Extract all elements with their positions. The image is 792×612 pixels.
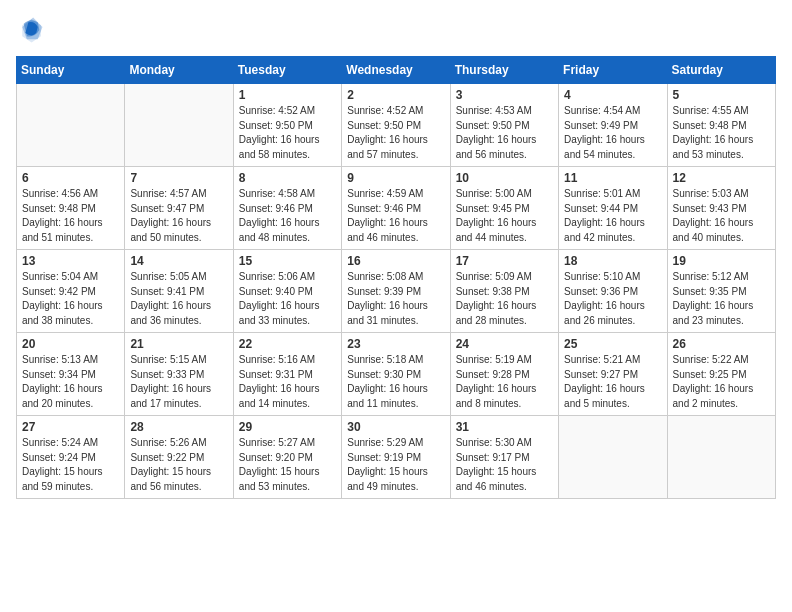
- day-info: Sunrise: 5:13 AM Sunset: 9:34 PM Dayligh…: [22, 353, 119, 411]
- day-info: Sunrise: 5:08 AM Sunset: 9:39 PM Dayligh…: [347, 270, 444, 328]
- calendar-week-2: 6Sunrise: 4:56 AM Sunset: 9:48 PM Daylig…: [17, 167, 776, 250]
- calendar-cell: 23Sunrise: 5:18 AM Sunset: 9:30 PM Dayli…: [342, 333, 450, 416]
- day-number: 12: [673, 171, 770, 185]
- day-info: Sunrise: 4:52 AM Sunset: 9:50 PM Dayligh…: [347, 104, 444, 162]
- page-header: [16, 16, 776, 44]
- day-info: Sunrise: 5:26 AM Sunset: 9:22 PM Dayligh…: [130, 436, 227, 494]
- day-number: 24: [456, 337, 553, 351]
- calendar-cell: 31Sunrise: 5:30 AM Sunset: 9:17 PM Dayli…: [450, 416, 558, 499]
- day-number: 13: [22, 254, 119, 268]
- calendar-cell: [17, 84, 125, 167]
- day-info: Sunrise: 4:57 AM Sunset: 9:47 PM Dayligh…: [130, 187, 227, 245]
- calendar-cell: 12Sunrise: 5:03 AM Sunset: 9:43 PM Dayli…: [667, 167, 775, 250]
- day-number: 19: [673, 254, 770, 268]
- day-info: Sunrise: 5:24 AM Sunset: 9:24 PM Dayligh…: [22, 436, 119, 494]
- day-number: 6: [22, 171, 119, 185]
- day-info: Sunrise: 5:03 AM Sunset: 9:43 PM Dayligh…: [673, 187, 770, 245]
- calendar-cell: 14Sunrise: 5:05 AM Sunset: 9:41 PM Dayli…: [125, 250, 233, 333]
- day-number: 30: [347, 420, 444, 434]
- day-info: Sunrise: 5:10 AM Sunset: 9:36 PM Dayligh…: [564, 270, 661, 328]
- day-info: Sunrise: 4:53 AM Sunset: 9:50 PM Dayligh…: [456, 104, 553, 162]
- day-number: 21: [130, 337, 227, 351]
- weekday-header-tuesday: Tuesday: [233, 57, 341, 84]
- calendar-cell: 11Sunrise: 5:01 AM Sunset: 9:44 PM Dayli…: [559, 167, 667, 250]
- day-info: Sunrise: 5:15 AM Sunset: 9:33 PM Dayligh…: [130, 353, 227, 411]
- day-info: Sunrise: 5:27 AM Sunset: 9:20 PM Dayligh…: [239, 436, 336, 494]
- day-info: Sunrise: 4:56 AM Sunset: 9:48 PM Dayligh…: [22, 187, 119, 245]
- day-number: 16: [347, 254, 444, 268]
- day-info: Sunrise: 5:12 AM Sunset: 9:35 PM Dayligh…: [673, 270, 770, 328]
- day-number: 5: [673, 88, 770, 102]
- day-info: Sunrise: 5:22 AM Sunset: 9:25 PM Dayligh…: [673, 353, 770, 411]
- logo-icon: [16, 16, 44, 44]
- day-number: 10: [456, 171, 553, 185]
- day-info: Sunrise: 5:01 AM Sunset: 9:44 PM Dayligh…: [564, 187, 661, 245]
- day-info: Sunrise: 5:30 AM Sunset: 9:17 PM Dayligh…: [456, 436, 553, 494]
- calendar-cell: 19Sunrise: 5:12 AM Sunset: 9:35 PM Dayli…: [667, 250, 775, 333]
- day-number: 29: [239, 420, 336, 434]
- day-number: 15: [239, 254, 336, 268]
- day-number: 9: [347, 171, 444, 185]
- day-number: 11: [564, 171, 661, 185]
- weekday-header-row: SundayMondayTuesdayWednesdayThursdayFrid…: [17, 57, 776, 84]
- day-number: 22: [239, 337, 336, 351]
- calendar-cell: 8Sunrise: 4:58 AM Sunset: 9:46 PM Daylig…: [233, 167, 341, 250]
- day-info: Sunrise: 4:59 AM Sunset: 9:46 PM Dayligh…: [347, 187, 444, 245]
- calendar-cell: 16Sunrise: 5:08 AM Sunset: 9:39 PM Dayli…: [342, 250, 450, 333]
- day-number: 20: [22, 337, 119, 351]
- day-number: 27: [22, 420, 119, 434]
- calendar-week-4: 20Sunrise: 5:13 AM Sunset: 9:34 PM Dayli…: [17, 333, 776, 416]
- day-number: 31: [456, 420, 553, 434]
- calendar-cell: 25Sunrise: 5:21 AM Sunset: 9:27 PM Dayli…: [559, 333, 667, 416]
- day-number: 1: [239, 88, 336, 102]
- day-number: 2: [347, 88, 444, 102]
- day-number: 28: [130, 420, 227, 434]
- day-info: Sunrise: 5:16 AM Sunset: 9:31 PM Dayligh…: [239, 353, 336, 411]
- day-info: Sunrise: 4:54 AM Sunset: 9:49 PM Dayligh…: [564, 104, 661, 162]
- calendar-cell: 5Sunrise: 4:55 AM Sunset: 9:48 PM Daylig…: [667, 84, 775, 167]
- calendar-cell: 28Sunrise: 5:26 AM Sunset: 9:22 PM Dayli…: [125, 416, 233, 499]
- calendar-cell: 10Sunrise: 5:00 AM Sunset: 9:45 PM Dayli…: [450, 167, 558, 250]
- day-info: Sunrise: 5:05 AM Sunset: 9:41 PM Dayligh…: [130, 270, 227, 328]
- calendar-cell: 13Sunrise: 5:04 AM Sunset: 9:42 PM Dayli…: [17, 250, 125, 333]
- weekday-header-sunday: Sunday: [17, 57, 125, 84]
- weekday-header-friday: Friday: [559, 57, 667, 84]
- weekday-header-wednesday: Wednesday: [342, 57, 450, 84]
- calendar-cell: 7Sunrise: 4:57 AM Sunset: 9:47 PM Daylig…: [125, 167, 233, 250]
- day-info: Sunrise: 4:58 AM Sunset: 9:46 PM Dayligh…: [239, 187, 336, 245]
- calendar-cell: 4Sunrise: 4:54 AM Sunset: 9:49 PM Daylig…: [559, 84, 667, 167]
- day-info: Sunrise: 5:18 AM Sunset: 9:30 PM Dayligh…: [347, 353, 444, 411]
- calendar-cell: 21Sunrise: 5:15 AM Sunset: 9:33 PM Dayli…: [125, 333, 233, 416]
- calendar-cell: [125, 84, 233, 167]
- calendar-week-3: 13Sunrise: 5:04 AM Sunset: 9:42 PM Dayli…: [17, 250, 776, 333]
- calendar-table: SundayMondayTuesdayWednesdayThursdayFrid…: [16, 56, 776, 499]
- calendar-cell: 17Sunrise: 5:09 AM Sunset: 9:38 PM Dayli…: [450, 250, 558, 333]
- calendar-cell: 22Sunrise: 5:16 AM Sunset: 9:31 PM Dayli…: [233, 333, 341, 416]
- calendar-cell: 24Sunrise: 5:19 AM Sunset: 9:28 PM Dayli…: [450, 333, 558, 416]
- day-number: 4: [564, 88, 661, 102]
- calendar-cell: 20Sunrise: 5:13 AM Sunset: 9:34 PM Dayli…: [17, 333, 125, 416]
- day-number: 25: [564, 337, 661, 351]
- calendar-cell: 3Sunrise: 4:53 AM Sunset: 9:50 PM Daylig…: [450, 84, 558, 167]
- calendar-cell: 15Sunrise: 5:06 AM Sunset: 9:40 PM Dayli…: [233, 250, 341, 333]
- calendar-cell: 27Sunrise: 5:24 AM Sunset: 9:24 PM Dayli…: [17, 416, 125, 499]
- day-info: Sunrise: 5:09 AM Sunset: 9:38 PM Dayligh…: [456, 270, 553, 328]
- calendar-cell: 1Sunrise: 4:52 AM Sunset: 9:50 PM Daylig…: [233, 84, 341, 167]
- day-number: 3: [456, 88, 553, 102]
- day-info: Sunrise: 5:00 AM Sunset: 9:45 PM Dayligh…: [456, 187, 553, 245]
- calendar-cell: 6Sunrise: 4:56 AM Sunset: 9:48 PM Daylig…: [17, 167, 125, 250]
- day-info: Sunrise: 5:29 AM Sunset: 9:19 PM Dayligh…: [347, 436, 444, 494]
- calendar-week-5: 27Sunrise: 5:24 AM Sunset: 9:24 PM Dayli…: [17, 416, 776, 499]
- calendar-cell: [559, 416, 667, 499]
- calendar-cell: 26Sunrise: 5:22 AM Sunset: 9:25 PM Dayli…: [667, 333, 775, 416]
- calendar-cell: 18Sunrise: 5:10 AM Sunset: 9:36 PM Dayli…: [559, 250, 667, 333]
- day-number: 26: [673, 337, 770, 351]
- calendar-cell: 30Sunrise: 5:29 AM Sunset: 9:19 PM Dayli…: [342, 416, 450, 499]
- day-number: 14: [130, 254, 227, 268]
- day-info: Sunrise: 5:06 AM Sunset: 9:40 PM Dayligh…: [239, 270, 336, 328]
- calendar-week-1: 1Sunrise: 4:52 AM Sunset: 9:50 PM Daylig…: [17, 84, 776, 167]
- day-info: Sunrise: 4:55 AM Sunset: 9:48 PM Dayligh…: [673, 104, 770, 162]
- weekday-header-thursday: Thursday: [450, 57, 558, 84]
- weekday-header-monday: Monday: [125, 57, 233, 84]
- day-info: Sunrise: 5:21 AM Sunset: 9:27 PM Dayligh…: [564, 353, 661, 411]
